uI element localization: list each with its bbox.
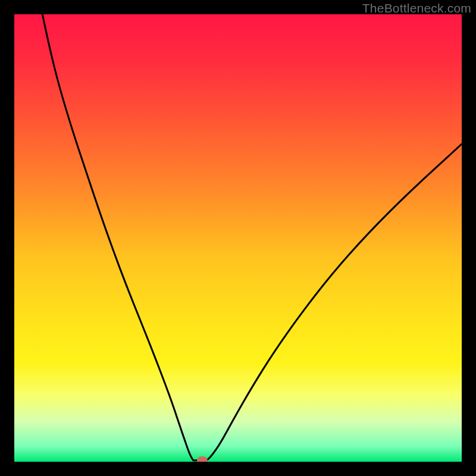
watermark-text: TheBottleneck.com bbox=[362, 1, 471, 15]
gradient-background bbox=[14, 14, 462, 462]
chart-svg bbox=[14, 14, 462, 462]
chart-frame bbox=[14, 14, 462, 462]
